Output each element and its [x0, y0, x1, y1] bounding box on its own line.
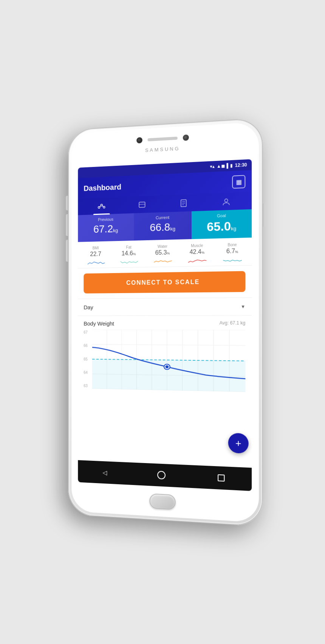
- bixby-button[interactable]: [66, 239, 68, 261]
- volume-down-button[interactable]: [66, 214, 68, 236]
- svg-line-6: [139, 204, 145, 204]
- recents-button[interactable]: [218, 474, 224, 481]
- day-selector[interactable]: Day ▼: [78, 297, 252, 316]
- wifi-icon: ▾▴: [210, 164, 215, 169]
- tab-log[interactable]: [175, 196, 192, 212]
- stat-fat: Fat 14.6%: [112, 244, 145, 266]
- power-button[interactable]: [263, 203, 265, 227]
- tab-scale[interactable]: [133, 198, 150, 213]
- water-sparkline: [146, 257, 179, 265]
- front-camera-icon: [136, 137, 142, 144]
- stat-bone: Bone 6.7%: [215, 241, 250, 264]
- page-title: Dashboard: [84, 182, 121, 193]
- svg-line-4: [102, 205, 103, 207]
- chart-avg: Avg: 67.1 kg: [220, 320, 246, 325]
- status-icons: ▾▴ ▲◼▐ ▮ 12:30: [210, 162, 247, 169]
- chart-area: 67 66 65 64 63: [84, 329, 245, 392]
- svg-rect-26: [92, 359, 245, 392]
- current-value: 66.8kg: [138, 220, 188, 234]
- home-button[interactable]: [157, 471, 166, 479]
- svg-rect-7: [181, 199, 186, 207]
- phone-top-bar: [136, 134, 189, 143]
- chart-section: Body Weight Avg: 67.1 kg 67 66 65 64 63: [78, 315, 252, 460]
- bmi-sparkline: [80, 258, 111, 266]
- speaker-icon: [148, 136, 178, 141]
- chart-y-labels: 67 66 65 64 63: [84, 329, 87, 388]
- battery-icon: ▮: [230, 162, 233, 168]
- stat-water: Water 65.3%: [145, 243, 180, 265]
- fat-sparkline: [113, 258, 145, 265]
- physical-home-button[interactable]: [149, 493, 175, 510]
- brand-label: SAMSUNG: [145, 145, 180, 153]
- svg-line-3: [99, 205, 101, 207]
- chart-title: Body Weight: [84, 320, 114, 327]
- graph-icon: [98, 202, 105, 212]
- connect-to-scale-button[interactable]: CONNECT TO SCALE: [84, 271, 245, 293]
- stat-bmi: BMI 22.7: [79, 245, 112, 267]
- stats-row: BMI 22.7 Fat 14.6%: [78, 237, 252, 268]
- screen: ▾▴ ▲◼▐ ▮ 12:30 Dashboard ▦: [78, 159, 252, 460]
- dropdown-arrow-icon: ▼: [241, 304, 245, 309]
- tab-profile[interactable]: [217, 195, 235, 210]
- volume-up-button[interactable]: [66, 196, 68, 210]
- svg-line-13: [92, 344, 245, 345]
- bottom-nav-bar: ◁: [78, 460, 252, 491]
- svg-point-11: [224, 199, 228, 202]
- chart-content: [92, 329, 245, 392]
- sensor-icon: [183, 134, 189, 141]
- add-data-fab[interactable]: +: [228, 432, 249, 453]
- weight-goal-card: Goal 65.0kg: [192, 209, 252, 239]
- current-label: Current: [138, 214, 188, 220]
- goal-value: 65.0kg: [195, 218, 248, 234]
- weight-current-card: Current 66.8kg: [134, 211, 192, 241]
- svg-point-2: [103, 206, 105, 208]
- day-label: Day: [84, 304, 93, 310]
- muscle-sparkline: [180, 256, 214, 264]
- bone-sparkline: [215, 256, 249, 263]
- profile-icon: [222, 197, 231, 208]
- svg-line-12: [92, 329, 245, 330]
- chart-icon-button[interactable]: ▦: [232, 175, 245, 188]
- chart-header: Body Weight Avg: 67.1 kg: [84, 320, 245, 326]
- svg-point-1: [101, 204, 102, 206]
- back-button[interactable]: ◁: [102, 469, 107, 476]
- previous-value: 67.2kg: [82, 222, 130, 235]
- status-time: 12:30: [235, 162, 247, 168]
- signal-icon: ▲◼▐: [217, 163, 228, 169]
- svg-point-0: [98, 206, 100, 208]
- scale-icon: [138, 200, 146, 211]
- bar-chart-icon: ▦: [236, 178, 242, 185]
- tab-graph[interactable]: [93, 199, 110, 215]
- goal-label: Goal: [195, 212, 248, 219]
- connect-section: CONNECT TO SCALE: [78, 265, 252, 298]
- weight-previous-card: Previous 67.2kg: [78, 213, 134, 242]
- log-icon: [179, 199, 187, 209]
- previous-label: Previous: [82, 216, 130, 222]
- plus-icon: +: [235, 437, 241, 449]
- stat-muscle: Muscle 42.4%: [180, 242, 214, 265]
